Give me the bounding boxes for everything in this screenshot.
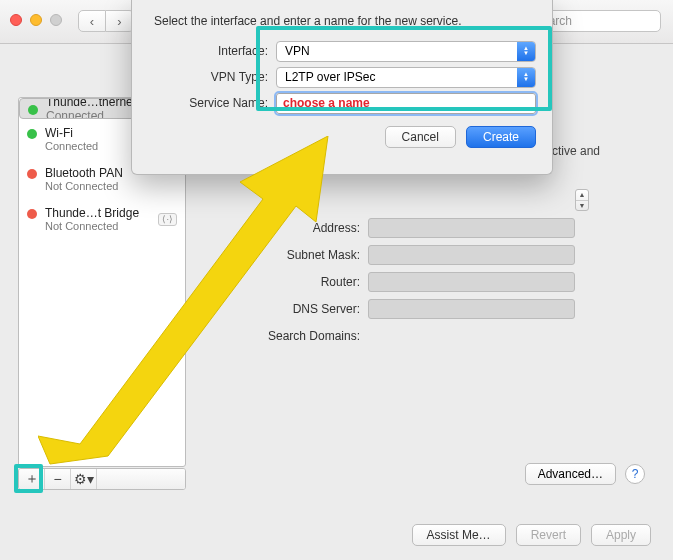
service-name-input[interactable] (276, 93, 536, 114)
status-dot-icon (27, 169, 37, 179)
status-dot-icon (27, 129, 37, 139)
vpn-type-value: L2TP over IPSec (285, 70, 376, 84)
create-button[interactable]: Create (466, 126, 536, 148)
row-label-address: Address: (255, 221, 360, 235)
status-text-fragment: ctive and (552, 144, 600, 158)
row-label-dns: DNS Server: (255, 302, 360, 316)
address-field (368, 218, 575, 238)
detail-rows: Address: Subnet Mask: Router: DNS Server… (255, 214, 575, 349)
location-stepper[interactable]: ▲ ▼ (575, 189, 589, 211)
router-field (368, 272, 575, 292)
spacer (97, 469, 185, 489)
new-service-sheet: Select the interface and enter a name fo… (131, 0, 553, 175)
dns-field (368, 299, 575, 319)
interface-label: Interface: (148, 44, 268, 58)
add-service-button[interactable]: ＋ (19, 469, 45, 489)
footer-buttons: Assist Me… Revert Apply (412, 524, 651, 546)
service-status: Not Connected (45, 220, 150, 232)
service-name-label: Service Name: (148, 96, 268, 110)
chevron-down-icon: ▼ (576, 201, 588, 211)
sheet-prompt: Select the interface and enter a name fo… (148, 14, 536, 28)
vpn-type-label: VPN Type: (148, 70, 268, 84)
bridge-glyph-icon: ⟨·⟩ (158, 213, 177, 226)
assist-me-button[interactable]: Assist Me… (412, 524, 506, 546)
service-status: Not Connected (45, 180, 177, 192)
chevron-up-icon: ▲ (576, 190, 588, 201)
remove-service-button[interactable]: − (45, 469, 71, 489)
apply-button[interactable]: Apply (591, 524, 651, 546)
revert-button[interactable]: Revert (516, 524, 581, 546)
status-dot-icon (27, 209, 37, 219)
service-name: Thunde…t Bridge (45, 206, 150, 220)
interface-select[interactable]: VPN ▲▼ (276, 41, 536, 62)
service-list-actions: ＋ − ⚙︎▾ (18, 468, 186, 490)
chevron-updown-icon: ▲▼ (517, 68, 535, 87)
search-domains-field (368, 326, 575, 346)
help-button[interactable]: ? (625, 464, 645, 484)
row-label-subnet: Subnet Mask: (255, 248, 360, 262)
chevron-updown-icon: ▲▼ (517, 42, 535, 61)
advanced-button[interactable]: Advanced… (525, 463, 616, 485)
row-label-search-domains: Search Domains: (255, 329, 360, 343)
vpn-type-select[interactable]: L2TP over IPSec ▲▼ (276, 67, 536, 88)
subnet-field (368, 245, 575, 265)
row-label-router: Router: (255, 275, 360, 289)
cancel-button[interactable]: Cancel (385, 126, 456, 148)
status-dot-icon (28, 105, 38, 115)
service-item[interactable]: Thunde…t Bridge Not Connected ⟨·⟩ (19, 199, 185, 239)
service-actions-menu[interactable]: ⚙︎▾ (71, 469, 97, 489)
interface-value: VPN (285, 44, 310, 58)
